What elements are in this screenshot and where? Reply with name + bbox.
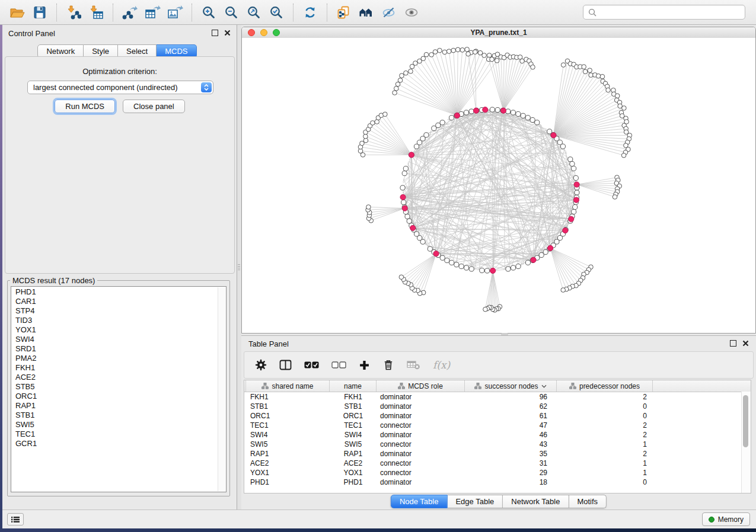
mcds-result-item[interactable]: STB5 (11, 382, 226, 392)
hide-selected-button[interactable] (378, 2, 400, 23)
save-session-button[interactable] (28, 2, 51, 23)
network-node[interactable] (516, 111, 521, 116)
network-node[interactable] (436, 123, 441, 127)
close-panel-icon[interactable] (742, 340, 749, 347)
network-node[interactable] (407, 219, 412, 223)
network-node[interactable] (572, 209, 576, 214)
network-node[interactable] (575, 190, 579, 195)
mcds-result-item[interactable]: TEC1 (11, 430, 226, 439)
mcds-result-item[interactable]: PHD1 (11, 287, 226, 297)
network-node[interactable] (573, 175, 578, 180)
export-image-button[interactable] (164, 2, 186, 23)
tab-motifs[interactable]: Motifs (569, 495, 607, 508)
mcds-hub-node[interactable] (402, 206, 407, 211)
mcds-result-item[interactable]: SWI4 (11, 335, 226, 344)
mcds-result-item[interactable]: CAR1 (11, 297, 226, 306)
mcds-hub-node[interactable] (563, 227, 568, 233)
network-node[interactable] (429, 53, 434, 57)
tab-edge-table[interactable]: Edge Table (447, 495, 503, 508)
network-node[interactable] (360, 141, 365, 146)
network-node[interactable] (446, 49, 451, 54)
run-mcds-button[interactable]: Run MCDS (55, 100, 115, 113)
network-node[interactable] (433, 50, 438, 55)
column-header-name[interactable]: name (330, 380, 377, 392)
network-node[interactable] (399, 275, 404, 280)
network-node[interactable] (445, 258, 449, 262)
table-row[interactable]: ACE2ACE2connector311 (244, 459, 751, 468)
network-node[interactable] (451, 48, 456, 53)
network-node[interactable] (560, 144, 565, 149)
network-node[interactable] (482, 53, 487, 58)
column-header-successor-nodes[interactable]: successor nodes (465, 380, 557, 392)
network-node[interactable] (465, 47, 470, 52)
list-scrollbar[interactable] (218, 287, 225, 491)
network-node[interactable] (615, 94, 620, 98)
table-row[interactable]: TEC1TEC1connector472 (244, 421, 751, 430)
network-node[interactable] (525, 260, 530, 265)
mcds-hub-node[interactable] (569, 216, 574, 222)
memory-button[interactable]: Memory (702, 512, 750, 526)
mcds-hub-node[interactable] (490, 268, 496, 273)
network-node[interactable] (506, 267, 511, 271)
mcds-result-item[interactable]: ACE2 (11, 373, 226, 382)
network-node[interactable] (459, 264, 464, 268)
export-table-button[interactable] (141, 2, 164, 23)
mcds-hub-node[interactable] (473, 108, 479, 113)
vertical-splitter[interactable] (237, 25, 241, 509)
network-node[interactable] (363, 134, 368, 139)
mcds-result-item[interactable]: SRD1 (11, 344, 226, 354)
panel-menu-button[interactable] (7, 513, 24, 525)
network-node[interactable] (403, 166, 408, 171)
network-node[interactable] (624, 130, 629, 134)
network-node[interactable] (516, 264, 521, 268)
network-node[interactable] (413, 61, 418, 66)
network-node[interactable] (469, 109, 474, 114)
zoom-fit-button[interactable] (243, 2, 265, 23)
table-row[interactable]: YOX1YOX1connector291 (244, 468, 751, 477)
network-node[interactable] (464, 265, 469, 270)
zoom-out-button[interactable] (220, 2, 243, 23)
network-node[interactable] (520, 59, 525, 63)
network-node[interactable] (473, 50, 477, 55)
table-row[interactable]: ORC1ORC1dominator610 (244, 411, 751, 421)
network-node[interactable] (531, 65, 535, 69)
network-node[interactable] (428, 246, 432, 251)
network-node[interactable] (571, 166, 576, 171)
mcds-hub-node[interactable] (531, 257, 536, 262)
network-node[interactable] (449, 116, 454, 120)
network-node[interactable] (401, 200, 406, 204)
network-node[interactable] (449, 260, 454, 265)
network-node[interactable] (485, 268, 490, 273)
mcds-hub-node[interactable] (433, 251, 439, 257)
network-node[interactable] (402, 171, 407, 175)
mcds-result-item[interactable]: PMA2 (11, 354, 226, 363)
mcds-hub-node[interactable] (454, 113, 460, 118)
zoom-in-button[interactable] (197, 2, 220, 23)
column-visibility-button[interactable] (279, 360, 292, 370)
show-all-button[interactable] (400, 2, 423, 23)
mcds-hub-node[interactable] (500, 108, 506, 113)
network-node[interactable] (432, 126, 436, 130)
mcds-result-item[interactable]: STB1 (11, 411, 226, 420)
network-node[interactable] (440, 120, 445, 125)
network-node[interactable] (460, 48, 465, 53)
export-network-button[interactable] (119, 2, 141, 23)
float-panel-icon[interactable] (730, 340, 736, 347)
network-node[interactable] (525, 116, 530, 120)
mcds-result-item[interactable]: STP4 (11, 306, 226, 316)
network-node[interactable] (421, 56, 426, 61)
network-node[interactable] (582, 65, 586, 69)
network-node[interactable] (404, 70, 409, 75)
network-window-titlebar[interactable]: YPA_prune.txt_1 (242, 27, 755, 39)
column-header-shared-name[interactable]: shared name (246, 380, 330, 392)
table-row[interactable]: SWI4SWI4dominator462 (244, 430, 751, 440)
create-column-button[interactable] (359, 360, 370, 371)
network-node[interactable] (366, 205, 371, 210)
tab-node-table[interactable]: Node Table (391, 495, 448, 508)
network-node[interactable] (588, 68, 592, 73)
network-node[interactable] (464, 110, 468, 115)
close-panel-button[interactable]: Close panel (123, 100, 185, 113)
mcds-hub-node[interactable] (483, 107, 488, 113)
scrollbar-thumb[interactable] (743, 395, 748, 447)
network-node[interactable] (530, 117, 535, 122)
